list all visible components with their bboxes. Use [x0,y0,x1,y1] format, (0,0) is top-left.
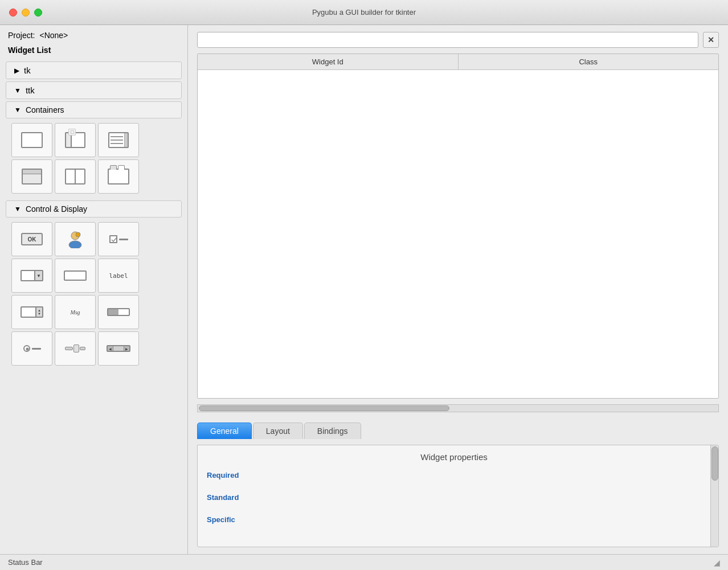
widget-notebook[interactable] [98,159,139,194]
section-standard: Standard [207,491,701,504]
tk-arrow: ▶ [14,67,19,75]
containers-header[interactable]: ▼ Containers [6,101,182,118]
ttk-arrow: ▼ [14,87,21,95]
tree-item-ttk[interactable]: ▼ ttk [6,81,182,99]
labelframe-icon: □ [65,132,85,148]
project-value: <None> [39,31,68,40]
checkbutton-icon [109,235,128,243]
control-display-header[interactable]: ▼ Control & Display [6,200,182,218]
statusbar-label: Status Bar [8,558,43,567]
widget-scale[interactable] [55,331,96,366]
tabs-container: General Layout Bindings [197,418,719,439]
combobox-icon: ▼ [21,270,43,281]
search-input[interactable] [197,32,698,48]
table-header: Widget Id Class [198,54,718,70]
project-label: Project: [8,31,35,40]
widget-imagelabel[interactable] [55,222,96,256]
widget-radiobutton[interactable] [11,331,52,366]
widget-table: Widget Id Class [197,54,719,399]
imagelabel-svg [66,230,84,248]
toplevel-icon [22,169,42,184]
containers-label: Containers [26,105,64,114]
scrolledframe-icon [108,132,129,148]
minimize-button[interactable] [22,9,30,17]
project-row: Project: <None> [0,31,187,46]
widget-progressbar[interactable] [98,295,139,329]
statusbar: Status Bar ◢ [0,554,728,570]
control-display-arrow: ▼ [14,205,21,213]
widget-toplevel[interactable] [11,159,52,194]
svg-point-2 [76,232,80,237]
panedwindow-icon [65,169,85,184]
search-row: ✕ [197,32,719,48]
widget-list-header: Widget List [0,46,187,59]
tab-layout[interactable]: Layout [253,423,303,439]
maximize-button[interactable] [34,9,42,17]
scale-icon [65,345,85,352]
properties-scrollbar[interactable] [710,445,718,547]
containers-grid: □ [6,118,182,198]
tk-label: tk [24,65,31,75]
tab-general[interactable]: General [197,423,252,439]
radiobutton-icon [23,345,41,352]
imagelabel-icon [63,230,87,248]
window-controls[interactable] [9,9,42,17]
widget-message[interactable]: Msg [55,295,96,329]
h-scrollbar-thumb[interactable] [199,405,449,411]
tabs-row: General Layout Bindings [197,418,719,439]
message-icon: Msg [70,309,80,315]
left-panel: Project: <None> Widget List ▶ tk ▼ ttk ▼… [0,25,188,554]
main-container: Project: <None> Widget List ▶ tk ▼ ttk ▼… [0,25,728,554]
widget-spinbox[interactable]: ▲▼ [11,295,52,329]
scrollbar-icon: ◀ ▶ [107,345,130,352]
widget-checkbutton[interactable] [98,222,139,256]
right-panel: ✕ Widget Id Class General Layout Binding… [188,25,728,554]
widget-labelframe[interactable]: □ [55,123,96,157]
control-display-label: Control & Display [26,204,87,214]
titlebar: Pygubu a GUI builder for tkinter [0,0,728,25]
section-control-display: ▼ Control & Display OK [6,200,182,370]
properties-content: Widget properties Required Standard Spec… [198,445,710,547]
properties-title: Widget properties [207,452,701,462]
tree-item-tk[interactable]: ▶ tk [6,61,182,79]
widget-panedwindow[interactable] [55,159,96,194]
clear-icon: ✕ [707,35,714,44]
window-title: Pygubu a GUI builder for tkinter [312,8,416,17]
svg-point-1 [69,241,81,248]
close-button[interactable] [9,9,17,17]
notebook-icon [108,169,129,184]
col-class: Class [459,54,719,69]
left-scroll[interactable]: ▶ tk ▼ ttk ▼ Containers [0,59,187,554]
svg-point-3 [26,348,28,351]
section-specific: Specific [207,513,701,526]
properties-panel: Widget properties Required Standard Spec… [197,445,719,547]
resize-handle[interactable]: ◢ [714,558,720,567]
label-icon: label [109,272,128,280]
containers-arrow: ▼ [14,106,21,114]
widget-scrolledframe[interactable] [98,123,139,157]
spinbox-icon: ▲▼ [21,306,43,318]
widget-combobox[interactable]: ▼ [11,259,52,293]
table-body[interactable] [198,70,718,398]
horizontal-scrollbar[interactable] [197,404,719,412]
properties-scrollbar-thumb[interactable] [711,446,718,481]
col-widget-id: Widget Id [198,54,459,69]
widget-entry[interactable] [55,259,96,293]
widget-button[interactable]: OK [11,222,52,256]
ttk-label: ttk [26,85,35,95]
progressbar-icon [107,308,130,316]
widget-frame[interactable] [11,123,52,157]
section-containers: ▼ Containers □ [6,101,182,198]
entry-icon [64,270,87,281]
widget-scrollbar[interactable]: ◀ ▶ [98,331,139,366]
control-display-grid: OK [6,218,182,370]
widget-label[interactable]: label [98,259,139,293]
section-required: Required [207,469,701,482]
frame-icon [21,132,43,148]
button-icon: OK [21,233,43,245]
tab-bindings[interactable]: Bindings [304,423,361,439]
clear-search-button[interactable]: ✕ [703,32,719,48]
